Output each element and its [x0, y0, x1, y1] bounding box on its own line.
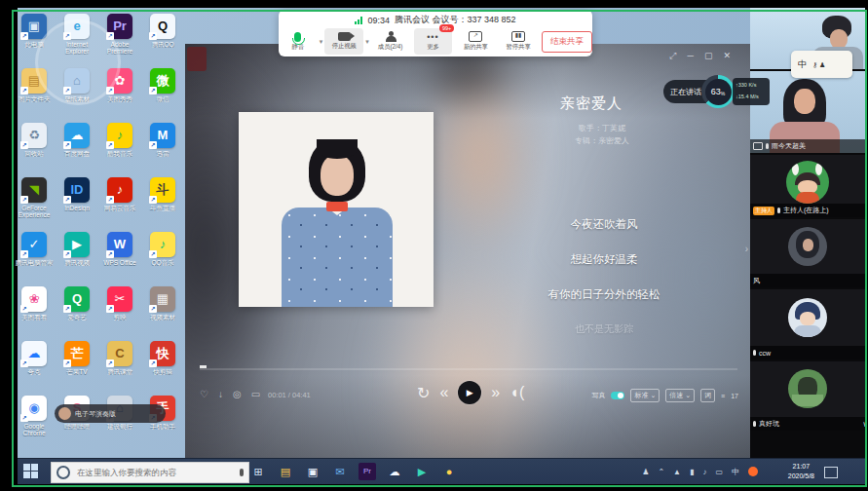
next-icon[interactable]: »: [491, 384, 500, 401]
participant-name: ccw: [759, 350, 771, 357]
participant-tile[interactable]: 主持人主持人(在路上): [750, 155, 865, 217]
desktop-icon[interactable]: 快快剪辑: [142, 341, 183, 394]
desktop-icon[interactable]: WWPS Office: [99, 232, 140, 284]
like-icon[interactable]: ♡: [200, 389, 208, 399]
taskbar-pin-browser[interactable]: ●: [440, 463, 458, 480]
download-icon[interactable]: ↓: [218, 389, 223, 399]
desktop-icon[interactable]: ✓腾讯电脑管家: [14, 232, 55, 284]
desktop-icon[interactable]: ☁百度网盘: [57, 123, 97, 175]
photo-mode-toggle[interactable]: [611, 392, 624, 399]
floating-notification-bubble[interactable]: 电子琴演奏版: [55, 404, 166, 423]
desktop-icon-label: 爱奇艺: [57, 314, 97, 321]
play-button[interactable]: ▶: [458, 381, 481, 404]
desktop-icon[interactable]: ❀美图看看: [14, 286, 55, 339]
desktop-icon[interactable]: ▶腾讯视频: [57, 232, 97, 284]
desktop-icon[interactable]: ▦视频素材: [142, 286, 183, 339]
panel-expand-chevron[interactable]: ›: [745, 244, 748, 254]
search-input[interactable]: [75, 467, 215, 478]
battery-icon[interactable]: ▮: [690, 468, 694, 476]
taskbar-clock[interactable]: 21:072020/5/8: [788, 462, 814, 481]
desktop-icon[interactable]: ☁夸克: [14, 341, 55, 394]
desktop-icon[interactable]: ✂剪映: [99, 286, 140, 339]
desktop-icon[interactable]: 斗斗鱼直播: [142, 177, 183, 230]
taskbar-pin-task-view[interactable]: ⊞: [249, 463, 267, 480]
desktop-icon[interactable]: Q爱奇艺: [57, 286, 97, 339]
camera-dropdown-caret[interactable]: ▾: [365, 38, 369, 46]
progress-bar[interactable]: [200, 368, 737, 370]
desktop-icon[interactable]: ◉Google Chrome: [14, 396, 55, 448]
desktop-icon[interactable]: ◥GeForce Experience: [14, 177, 55, 230]
taskbar-pin-premiere[interactable]: Pr: [359, 463, 376, 480]
screen-frame: ▣此电脑 eInternet Explorer PrAdobe Premiere…: [0, 0, 868, 491]
desktop-icon[interactable]: ♪网易云音乐: [99, 177, 140, 230]
maximize-icon[interactable]: ▢: [704, 51, 713, 61]
participant-tile[interactable]: 真好玩∨: [750, 361, 865, 431]
quality-dropdown[interactable]: 标准 ⌄: [630, 389, 660, 402]
desktop-icon[interactable]: M迅雷: [142, 123, 183, 175]
previous-icon[interactable]: «: [439, 384, 448, 401]
more-button[interactable]: 99+•••更多: [414, 28, 453, 55]
collapse-chevron-icon[interactable]: ∨: [862, 420, 865, 429]
speed-dropdown[interactable]: 倍速 ⌄: [665, 389, 695, 402]
taskbar-pin-file-explorer[interactable]: ▤: [277, 463, 294, 480]
members-label: 成员(2/4): [378, 43, 403, 52]
pause-share-button[interactable]: ▮▮暂停共享: [499, 28, 538, 55]
mv-icon[interactable]: ▭: [251, 389, 260, 399]
participant-name: 主持人(在路上): [783, 206, 829, 215]
minimize-icon[interactable]: ─: [688, 51, 694, 61]
desktop-icon[interactable]: 微微信: [142, 68, 183, 121]
restore-icon[interactable]: ⤢: [669, 51, 676, 61]
desktop-icon[interactable]: ♪QQ音乐: [142, 232, 183, 284]
taskbar-search[interactable]: [51, 462, 249, 483]
game-overlay-icon[interactable]: ♟: [642, 468, 649, 476]
taskbar-pin-mail[interactable]: ✉: [331, 463, 349, 480]
mic-dropdown-caret[interactable]: ▾: [320, 38, 323, 46]
notification-icon[interactable]: ▲: [673, 468, 681, 476]
app-icon: 斗: [150, 177, 175, 203]
desktop-icon[interactable]: 芒芒果TV: [57, 341, 97, 394]
comment-icon[interactable]: ◎: [233, 389, 242, 399]
playlist-icon[interactable]: ≡: [721, 393, 725, 399]
tray-expand-icon[interactable]: ⌃: [658, 468, 664, 476]
desktop-icon[interactable]: C腾讯课堂: [99, 341, 140, 394]
loop-icon[interactable]: ↻: [417, 384, 430, 402]
mute-button[interactable]: 静音: [279, 28, 318, 55]
lyric-toggle[interactable]: 词: [700, 389, 715, 402]
sticker-character: 中: [798, 59, 807, 69]
antivirus-tray-icon[interactable]: [748, 467, 758, 476]
desktop-icon[interactable]: ♪酷我音乐: [99, 123, 140, 175]
song-album[interactable]: 专辑：亲密爱人: [544, 134, 660, 147]
performance-gauge[interactable]: 63%: [701, 75, 735, 108]
new-share-button[interactable]: ↗新的共享: [456, 28, 495, 55]
stop-video-button[interactable]: 停止视频: [324, 28, 363, 55]
start-button[interactable]: [23, 464, 39, 479]
desktop-icon[interactable]: IDInDesign: [57, 177, 97, 230]
participant-tile[interactable]: ccw: [750, 289, 865, 359]
volume-icon[interactable]: ◖(: [509, 384, 524, 401]
display-icon[interactable]: ▭: [715, 468, 723, 476]
members-button[interactable]: 成员(2/4): [371, 28, 410, 55]
window-controls: ⤢ ─ ▢ ✕: [669, 51, 731, 61]
close-icon[interactable]: ✕: [723, 51, 731, 61]
desktop-icon[interactable]: Q腾讯QQ: [142, 14, 183, 66]
end-share-button[interactable]: 结束共享: [542, 31, 592, 53]
clock-date: 2020/5/8: [788, 472, 814, 481]
player-logo: [187, 47, 207, 71]
taskbar-pin-video[interactable]: ▶: [413, 463, 431, 480]
desktop-icon[interactable]: ♻回收站: [14, 123, 55, 175]
action-center-icon[interactable]: [824, 467, 838, 478]
taskbar-pin-cloud[interactable]: ☁: [386, 463, 403, 480]
camera-icon: [338, 32, 351, 41]
app-icon: ID: [64, 177, 90, 203]
desktop-icon-label: 酷我音乐: [99, 150, 140, 157]
taskbar-pin-store[interactable]: ▣: [304, 463, 321, 480]
song-artist[interactable]: 歌手：丁芙妮: [544, 122, 660, 134]
participant-tile[interactable]: 风: [750, 219, 865, 287]
participant-name: 风: [753, 276, 760, 285]
volume-icon[interactable]: ♪: [702, 468, 706, 476]
player-left-icons: ♡ ↓ ◎ ▭: [200, 389, 260, 399]
lyrics-panel: 今夜还吹着风 想起你好温柔 有你的日子分外的轻松 也不是无影踪: [458, 217, 750, 357]
input-method-icon[interactable]: 中: [732, 467, 739, 477]
participant-face: [830, 29, 848, 49]
app-icon: 快: [150, 341, 175, 366]
